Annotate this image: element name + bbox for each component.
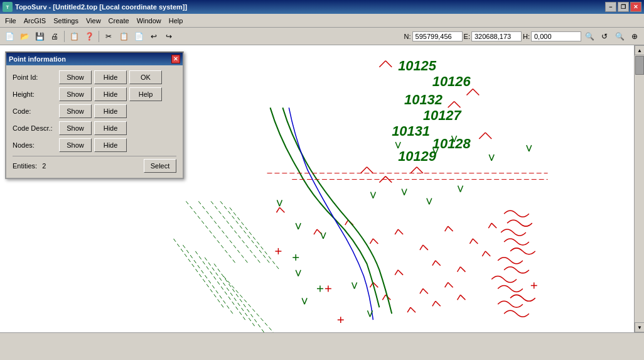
copy-button[interactable]: 📋 (67, 30, 81, 43)
scroll-up-button[interactable]: ▲ (635, 45, 644, 55)
close-button[interactable]: ✕ (630, 2, 641, 12)
point-id-row: Point Id: Show Hide OK (13, 70, 176, 84)
zoom-btn-2[interactable]: ↺ (598, 30, 611, 43)
toolbar: 📄 📂 💾 🖨 📋 ❓ ✂ 📋 📄 ↩ ↪ N: 595799,456 E: 3… (0, 28, 644, 45)
svg-text:10129: 10129 (398, 148, 437, 164)
menu-view[interactable]: View (82, 16, 105, 26)
print-button[interactable]: 🖨 (48, 30, 62, 43)
app-icon: T (3, 2, 13, 12)
nodes-show-button[interactable]: Show (59, 138, 92, 152)
menu-window[interactable]: Window (133, 16, 165, 26)
menu-create[interactable]: Create (105, 16, 133, 26)
code-descr-show-button[interactable]: Show (59, 121, 92, 135)
help-button[interactable]: ❓ (82, 30, 96, 43)
menu-arcgis[interactable]: ArcGIS (20, 16, 50, 26)
menu-bar: File ArcGIS Settings View Create Window … (0, 14, 644, 28)
title-bar: T TopoSurv - [Untitled2.top [Local coord… (0, 0, 644, 14)
undo-button[interactable]: ↩ (147, 30, 161, 43)
zoom-btn-4[interactable]: ⊕ (628, 30, 641, 43)
menu-help[interactable]: Help (165, 16, 187, 26)
menu-file[interactable]: File (1, 16, 20, 26)
dialog-content: Point Id: Show Hide OK Height: Show Hide… (6, 65, 183, 178)
save-button[interactable]: 💾 (33, 30, 46, 43)
paste-button[interactable]: 📄 (132, 30, 146, 43)
svg-text:10127: 10127 (423, 107, 462, 123)
cut-button[interactable]: ✂ (102, 30, 115, 43)
height-hide-button[interactable]: Hide (94, 87, 127, 101)
toolbar-separator-1 (64, 31, 65, 42)
height-show-button[interactable]: Show (59, 87, 92, 101)
status-bar (0, 332, 644, 345)
select-button[interactable]: Select (144, 159, 176, 173)
north-coord: N: 595799,456 (404, 31, 463, 41)
dialog-close-button[interactable]: ✕ (171, 55, 180, 63)
code-descr-row: Code Descr.: Show Hide (13, 121, 176, 135)
window-title: TopoSurv - [Untitled2.top [Local coordin… (15, 3, 187, 11)
nodes-label: Nodes: (13, 141, 56, 149)
svg-text:10125: 10125 (398, 58, 437, 74)
scroll-down-button[interactable]: ▼ (635, 322, 644, 332)
east-coord: E: 320688,173 (464, 31, 522, 41)
main-area: 10125 10126 10132 10127 10131 10128 1012… (0, 45, 644, 332)
code-descr-hide-button[interactable]: Hide (94, 121, 127, 135)
menu-settings[interactable]: Settings (50, 16, 82, 26)
scroll-thumb[interactable] (635, 56, 644, 75)
redo-button[interactable]: ↪ (162, 30, 176, 43)
point-id-hide-button[interactable]: Hide (94, 70, 127, 84)
toolbar-separator-2 (99, 31, 99, 42)
code-label: Code: (13, 107, 56, 115)
point-id-show-button[interactable]: Show (59, 70, 92, 84)
dialog-title-text: Point information (9, 55, 66, 63)
code-row: Code: Show Hide (13, 104, 176, 118)
vertical-scrollbar[interactable]: ▲ ▼ (634, 45, 644, 332)
code-descr-label: Code Descr.: (13, 124, 56, 132)
code-show-button[interactable]: Show (59, 104, 92, 118)
minimize-button[interactable]: − (605, 2, 616, 12)
entities-label: Entities: (13, 162, 37, 170)
zoom-btn-1[interactable]: 🔍 (582, 30, 596, 43)
map-canvas[interactable]: 10125 10126 10132 10127 10131 10128 1012… (0, 45, 634, 332)
svg-text:10132: 10132 (404, 92, 443, 107)
restore-button[interactable]: ❐ (618, 2, 629, 12)
ok-button[interactable]: OK (129, 70, 162, 84)
scroll-track (635, 55, 644, 322)
zoom-btn-3[interactable]: 🔍 (613, 30, 626, 43)
code-hide-button[interactable]: Hide (94, 104, 127, 118)
point-information-dialog: Point information ✕ Point Id: Show Hide … (5, 52, 184, 179)
svg-text:10126: 10126 (432, 74, 471, 89)
dialog-title-bar[interactable]: Point information ✕ (6, 53, 183, 65)
height-coord: H: 0,000 (523, 31, 581, 41)
point-id-label: Point Id: (13, 74, 56, 81)
help-button[interactable]: Help (129, 87, 162, 101)
height-label: Height: (13, 90, 56, 98)
entities-value: 2 (42, 162, 141, 170)
svg-text:10131: 10131 (392, 123, 430, 139)
new-button[interactable]: 📄 (3, 30, 16, 43)
entities-row: Entities: 2 Select (13, 156, 176, 173)
nodes-hide-button[interactable]: Hide (94, 138, 127, 152)
nodes-row: Nodes: Show Hide (13, 138, 176, 152)
open-button[interactable]: 📂 (18, 30, 31, 43)
clipboard-button[interactable]: 📋 (117, 30, 131, 43)
height-row: Height: Show Hide Help (13, 87, 176, 101)
